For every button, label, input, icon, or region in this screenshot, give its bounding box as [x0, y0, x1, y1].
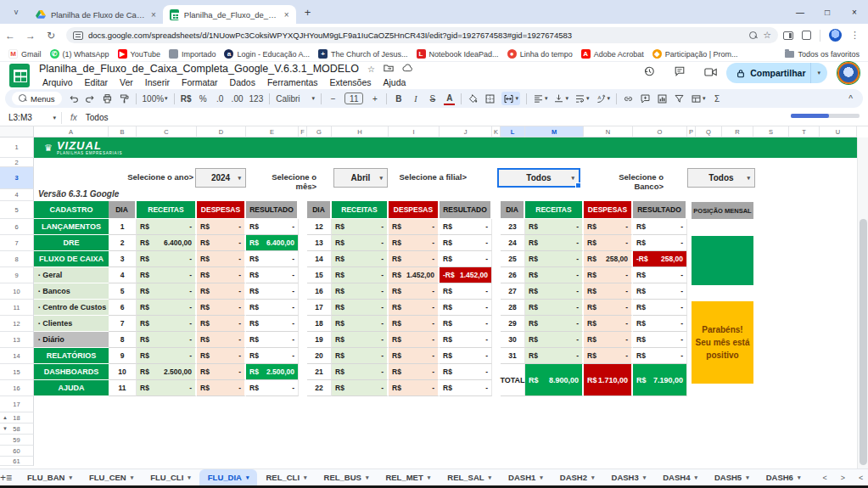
- row-header-12[interactable]: 12: [0, 316, 34, 332]
- chevron-down-icon[interactable]: ▾: [643, 474, 647, 481]
- day-cell[interactable]: 22: [307, 380, 332, 396]
- sidebar-item-dashboards[interactable]: DASHBOARDS: [34, 364, 109, 380]
- scroll-tabs-right-icon[interactable]: >: [834, 474, 852, 482]
- bank-dropdown[interactable]: Todos ▾: [687, 168, 755, 188]
- url-field[interactable]: docs.google.com/spreadsheets/d/1NUowPc3C…: [66, 27, 778, 43]
- new-tab-button[interactable]: +: [305, 6, 311, 19]
- receitas-cell[interactable]: R$-: [525, 283, 584, 300]
- table-row[interactable]: 7R$-R$-R$-: [109, 316, 299, 332]
- row-header-3[interactable]: 3: [0, 167, 34, 189]
- sheet-tab-flu_cli[interactable]: FLU_CLI▾: [142, 469, 199, 486]
- column-header-Q[interactable]: Q: [696, 126, 722, 137]
- despesas-cell[interactable]: R$-: [584, 300, 633, 316]
- despesas-cell[interactable]: R$-: [197, 251, 246, 267]
- receitas-cell[interactable]: R$-: [332, 316, 389, 332]
- row-header-1[interactable]: 1: [0, 137, 34, 158]
- site-info-icon[interactable]: [73, 31, 83, 40]
- day-cell[interactable]: 6: [109, 300, 137, 316]
- maximize-icon[interactable]: □: [814, 8, 841, 17]
- row-header-58[interactable]: ▼58: [0, 423, 34, 435]
- despesas-cell[interactable]: R$-: [389, 380, 440, 396]
- table-row[interactable]: 21R$-R$-R$-: [307, 364, 492, 380]
- day-cell[interactable]: 3: [109, 251, 137, 267]
- column-header-J[interactable]: J: [440, 126, 492, 137]
- sheet-tab-dash1[interactable]: DASH1▾: [500, 469, 552, 486]
- table-row[interactable]: 30R$-R$-R$-: [501, 332, 687, 348]
- table-row[interactable]: 8R$-R$-R$-: [109, 332, 299, 348]
- receitas-cell[interactable]: R$-: [525, 267, 584, 283]
- table-row[interactable]: 14R$-R$-R$-: [307, 251, 492, 267]
- despesas-cell[interactable]: R$-: [389, 316, 440, 332]
- chevron-down-icon[interactable]: ▾: [131, 474, 134, 481]
- receitas-cell[interactable]: R$-: [525, 219, 584, 235]
- row-header-7[interactable]: 7: [0, 235, 34, 251]
- resultado-cell[interactable]: R$-: [633, 267, 687, 283]
- day-cell[interactable]: 17: [307, 300, 332, 316]
- receitas-cell[interactable]: R$-: [332, 251, 389, 267]
- despesas-cell[interactable]: R$-: [197, 316, 246, 332]
- despesas-cell[interactable]: R$-: [197, 300, 246, 316]
- day-cell[interactable]: 29: [501, 316, 525, 332]
- resultado-cell[interactable]: R$-: [246, 316, 299, 332]
- row-header-18[interactable]: ▲18: [0, 412, 34, 423]
- add-sheet-icon[interactable]: +: [0, 472, 6, 484]
- sheet-tab-dash3[interactable]: DASH3▾: [603, 469, 655, 486]
- table-row[interactable]: 3R$-R$-R$-: [109, 251, 299, 267]
- column-header-K[interactable]: K: [492, 126, 501, 137]
- filter-icon[interactable]: [674, 92, 685, 105]
- cells-area[interactable]: ♛ VIZUAL PLANILHAS EMPRESARIAIS Selecion…: [34, 137, 857, 468]
- resultado-cell[interactable]: R$-: [633, 300, 687, 316]
- sheet-tab-flu_ban[interactable]: FLU_BAN▾: [19, 469, 81, 486]
- bookmark-youtube[interactable]: ▶YouTube: [118, 49, 160, 59]
- menu-formatar[interactable]: Formatar: [176, 76, 223, 88]
- day-cell[interactable]: 30: [501, 332, 525, 348]
- despesas-cell[interactable]: R$-: [584, 267, 633, 283]
- day-cell[interactable]: 1: [109, 219, 137, 235]
- despesas-cell[interactable]: R$-: [584, 235, 633, 251]
- font-size-field[interactable]: 11: [344, 93, 363, 104]
- total-resultado-cell[interactable]: R$7.190,00: [633, 364, 687, 396]
- table-row[interactable]: 31R$-R$-R$-: [501, 348, 687, 364]
- bookmark-adobe-acrobat[interactable]: AAdobe Acrobat: [581, 49, 644, 59]
- resultado-cell[interactable]: R$-: [440, 219, 492, 235]
- daily-table-block-1[interactable]: DIARECEITASDESPESASRESULTADO1R$-R$-R$-2R…: [109, 201, 299, 396]
- sidebar-item-dre[interactable]: DRE: [34, 235, 109, 251]
- mini-scrollbar[interactable]: [791, 114, 860, 118]
- table-row[interactable]: 6R$-R$-R$-: [109, 300, 299, 316]
- receitas-cell[interactable]: R$-: [137, 300, 197, 316]
- receitas-cell[interactable]: R$-: [137, 332, 197, 348]
- sheet-tab-dash5[interactable]: DASH5▾: [706, 469, 758, 486]
- row-header-59[interactable]: 59: [0, 435, 34, 446]
- redo-icon[interactable]: [85, 92, 96, 105]
- decrease-font-size-button[interactable]: −: [328, 92, 339, 105]
- table-row[interactable]: 20R$-R$-R$-: [307, 348, 492, 364]
- sidebar-item-di-rio[interactable]: ▪Diário: [34, 332, 109, 348]
- table-row[interactable]: 24R$-R$-R$-: [501, 235, 687, 251]
- column-header-R[interactable]: R: [722, 126, 753, 137]
- close-tab-icon[interactable]: ×: [151, 10, 156, 20]
- column-header-O[interactable]: O: [633, 126, 687, 137]
- insert-link-icon[interactable]: [623, 92, 634, 105]
- despesas-cell[interactable]: R$258,00: [584, 251, 633, 267]
- sheets-logo-icon[interactable]: [9, 64, 30, 87]
- undo-icon[interactable]: [68, 92, 79, 105]
- receitas-cell[interactable]: R$2.500,00: [137, 364, 197, 380]
- chevron-down-icon[interactable]: ▾: [188, 474, 191, 481]
- resultado-cell[interactable]: R$-: [633, 283, 687, 300]
- despesas-cell[interactable]: R$-: [389, 332, 440, 348]
- text-wrap-icon[interactable]: ▾: [574, 92, 590, 105]
- paint-format-icon[interactable]: [119, 92, 130, 105]
- day-cell[interactable]: 4: [109, 267, 137, 283]
- column-header-D[interactable]: D: [197, 126, 246, 137]
- chevron-down-icon[interactable]: ▾: [694, 474, 697, 481]
- despesas-cell[interactable]: R$-: [584, 348, 633, 364]
- despesas-cell[interactable]: R$-: [197, 267, 246, 283]
- menus-search-button[interactable]: Menus: [12, 92, 62, 105]
- column-header-A[interactable]: A: [34, 126, 109, 137]
- row-header-4[interactable]: 4: [0, 189, 34, 201]
- scrollbar-thumb[interactable]: [860, 219, 867, 465]
- receitas-cell[interactable]: R$-: [525, 348, 584, 364]
- day-cell[interactable]: 21: [307, 364, 332, 380]
- resultado-cell[interactable]: R$-: [246, 283, 299, 300]
- despesas-cell[interactable]: R$-: [584, 316, 633, 332]
